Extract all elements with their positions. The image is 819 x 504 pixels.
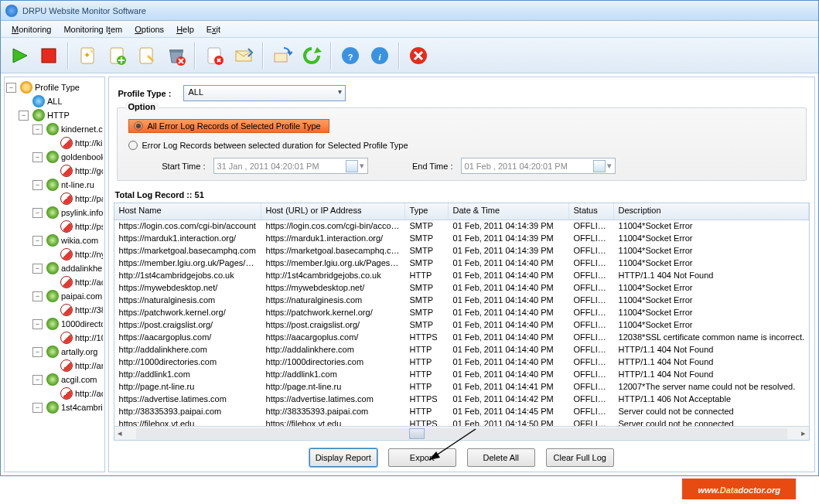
expand-icon[interactable]: − (32, 236, 43, 246)
menu-help[interactable]: Help (170, 23, 200, 36)
col-type[interactable]: Type (405, 203, 449, 220)
table-row[interactable]: https://login.cos.com/cgi-bin/accounthtt… (114, 220, 809, 233)
table-row[interactable]: https://naturalginesis.comhttps://natura… (114, 295, 809, 307)
tree-url-9[interactable]: http://acgil.co (6, 387, 103, 400)
refresh-button[interactable] (299, 43, 324, 68)
tree-url-6[interactable]: http://3833539 (6, 303, 103, 317)
calendar-icon[interactable] (593, 160, 606, 172)
expand-icon[interactable]: − (32, 264, 43, 274)
ico-site-icon (46, 346, 59, 358)
edit-item-button[interactable] (134, 43, 159, 68)
expand-icon[interactable]: − (32, 124, 43, 135)
display-report-button[interactable]: Display Report (309, 448, 377, 467)
expand-icon[interactable]: − (32, 403, 43, 413)
expand-icon[interactable]: − (32, 291, 43, 301)
table-row[interactable]: https://marketgoal.basecamphq.comhttps:/… (114, 245, 809, 257)
tree-root[interactable]: −Profile Type (6, 80, 103, 94)
export-button[interactable]: Export (388, 448, 456, 467)
scroll-thumb[interactable] (409, 428, 425, 439)
table-row[interactable]: https://advertise.latimes.comhttps://adv… (114, 393, 809, 406)
mail-button[interactable] (231, 43, 256, 68)
tree-site-5[interactable]: −addalinkhere.com (6, 261, 103, 275)
tree-site-0[interactable]: −kindernet.co.uk (6, 122, 103, 136)
tree-site-2[interactable]: −nt-line.ru (6, 178, 103, 192)
new-item-button[interactable]: ✦ (75, 43, 100, 68)
table-row[interactable]: https://aacargoplus.com/https://aacargop… (114, 332, 809, 344)
help-button[interactable]: ? (338, 43, 363, 68)
radio-duration[interactable] (128, 141, 138, 150)
table-row[interactable]: http://addalinkhere.comhttp://addalinkhe… (114, 344, 809, 356)
clear-full-log-button[interactable]: Clear Full Log (546, 448, 614, 467)
tree-url-5[interactable]: http://addalink (6, 275, 103, 289)
table-row[interactable]: http://38335393.paipai.comhttp://3833539… (114, 406, 809, 418)
tree-site-1[interactable]: −goldenbookmarks.c (6, 150, 103, 164)
close-button[interactable] (406, 43, 431, 68)
tree-site-8[interactable]: −artally.org (6, 345, 103, 359)
table-row[interactable]: http://1st4cambridgejobs.co.ukhttp://1st… (114, 270, 809, 282)
table-row[interactable]: http://1000directories.comhttp://1000dir… (114, 356, 809, 369)
table-row[interactable]: https://filebox.vt.eduhttps://filebox.vt… (114, 418, 809, 426)
table-row[interactable]: https://post.craigslist.org/https://post… (114, 319, 809, 332)
delete-item-button[interactable] (163, 43, 188, 68)
expand-icon[interactable]: − (19, 111, 29, 121)
expand-icon[interactable]: − (32, 375, 43, 385)
toolbar: ✦ ? i (1, 38, 818, 73)
expand-icon[interactable]: − (32, 347, 43, 357)
start-time-input[interactable]: 31 Jan , 2011 04:20:01 PM▾ (213, 158, 368, 174)
expand-icon[interactable]: − (6, 83, 16, 93)
tree-site-10[interactable]: −1st4cambridgejobs (6, 400, 103, 414)
table-row[interactable]: http://addlink1.comhttp://addlink1.comHT… (114, 369, 809, 381)
tree-site-7[interactable]: −1000directories.com (6, 317, 103, 331)
expand-icon[interactable]: − (32, 319, 43, 329)
stop-button[interactable] (36, 43, 61, 68)
tree-url-1[interactable]: http://goldenb (6, 164, 103, 178)
calendar-icon[interactable] (346, 160, 358, 172)
col-url[interactable]: Host (URL) or IP Address (261, 203, 405, 220)
send-button[interactable] (270, 43, 295, 68)
expand-icon[interactable]: − (32, 180, 43, 190)
tree-url-4[interactable]: http://nyedres (6, 247, 103, 261)
grid-hscroll[interactable]: ◂ ▸ (114, 426, 809, 440)
tree-url-3[interactable]: http://psylink. (6, 220, 103, 233)
end-time-input[interactable]: 01 Feb , 2011 04:20:01 PM▾ (461, 158, 616, 174)
tree-site-9[interactable]: −acgil.com (6, 373, 103, 387)
col-datetime[interactable]: Date & Time (449, 203, 569, 220)
col-status[interactable]: Status (569, 203, 614, 220)
menu-exit[interactable]: Exit (200, 23, 227, 36)
tree-url-0[interactable]: http://kinderne (6, 136, 103, 150)
scroll-left-icon[interactable]: ◂ (114, 428, 125, 439)
tree-panel[interactable]: −Profile TypeALL−HTTP−kindernet.co.ukhtt… (4, 77, 105, 472)
tree-http[interactable]: −HTTP (6, 108, 103, 122)
info-button[interactable]: i (367, 43, 392, 68)
table-row[interactable]: https://marduk1.interaction.org/https://… (114, 233, 809, 245)
col-host[interactable]: Host Name (114, 203, 261, 220)
delete-all-button[interactable]: Delete All (467, 448, 535, 467)
clear-log-button[interactable] (202, 43, 227, 68)
profile-type-combo[interactable]: ALL (183, 85, 346, 101)
table-row[interactable]: http://page.nt-line.ruhttp://page.nt-lin… (114, 381, 809, 393)
radio-all-records[interactable] (134, 121, 143, 131)
menu-monitoring[interactable]: Monitoring (5, 23, 57, 36)
tree-url-2[interactable]: http://page.nt- (6, 192, 103, 206)
expand-icon[interactable]: − (32, 152, 43, 162)
ico-site-icon (46, 290, 59, 302)
add-item-button[interactable] (104, 43, 129, 68)
table-row[interactable]: https://member.lgiu.org.uk/Pages/defa...… (114, 257, 809, 270)
col-description[interactable]: Description (614, 203, 809, 220)
play-button[interactable] (7, 43, 32, 68)
tree-site-3[interactable]: −psylink.info (6, 206, 103, 220)
ico-url-icon (60, 276, 73, 288)
tree-site-6[interactable]: −paipai.com (6, 289, 103, 303)
table-row[interactable]: https://mywebdesktop.net/https://mywebde… (114, 282, 809, 295)
option-all-records[interactable]: All Error Log Records of Selected Profil… (128, 119, 329, 133)
expand-icon[interactable]: − (32, 208, 43, 218)
tree-url-7[interactable]: http://1000dire (6, 331, 103, 345)
titlebar[interactable]: DRPU Website Monitor Software (1, 1, 818, 21)
menu-monitoring-item[interactable]: Monitoring Item (57, 23, 128, 36)
table-row[interactable]: https://patchwork.kernel.org/https://pat… (114, 307, 809, 319)
tree-url-8[interactable]: http://artally.c (6, 359, 103, 373)
menu-options[interactable]: Options (128, 23, 170, 36)
tree-all[interactable]: ALL (6, 94, 103, 108)
scroll-right-icon[interactable]: ▸ (798, 428, 809, 439)
tree-site-4[interactable]: −wikia.com (6, 233, 103, 247)
